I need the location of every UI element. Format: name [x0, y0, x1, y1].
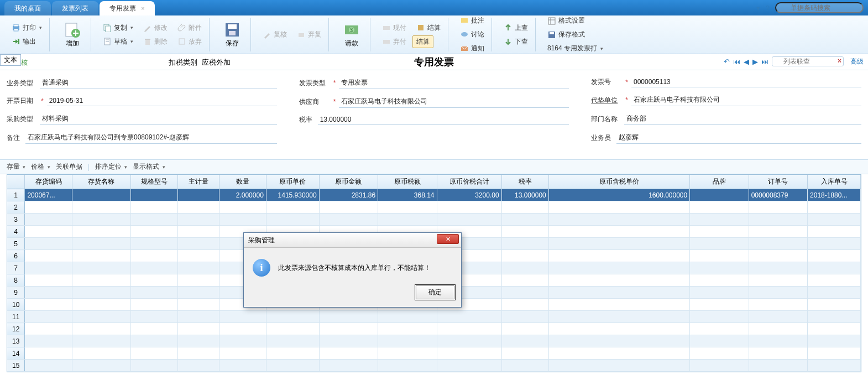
draft-button[interactable]: 草稿▾ [99, 35, 137, 48]
first-icon[interactable]: ⏮ [733, 58, 740, 66]
modify-button[interactable]: 修改 [139, 22, 171, 34]
col-spec[interactable]: 规格型号 [131, 175, 178, 189]
last-icon[interactable]: ⏭ [761, 58, 768, 66]
message-dialog: 采购管理 ✕ i 此发票来源包含不核算成本的入库单行，不能结算！ 确定 [243, 232, 462, 308]
related-docs[interactable]: 关联单据 [56, 162, 82, 171]
save-format-button[interactable]: 保存格式 [543, 28, 589, 41]
tab-invoice-list[interactable]: 发票列表 [52, 1, 98, 15]
clear-icon[interactable]: × [838, 57, 841, 65]
freeze-button[interactable]: 放弃 [174, 35, 206, 48]
purchase-label: 采购类型 [7, 115, 40, 124]
clerk-label: 业务员 [591, 133, 616, 143]
list-search-input[interactable] [772, 56, 844, 66]
copy-button[interactable]: 复制▾ [99, 22, 137, 34]
document-header: 文本 核 扣税类别 应税外加 专用发票 ↶ ⏮ ◀ ▶ ⏭ × 高级 [0, 54, 868, 70]
print-button[interactable]: 打印▾ [8, 22, 46, 34]
tab-special-invoice[interactable]: 专用发票 × [100, 1, 155, 15]
settle-button[interactable]: 结算 [412, 22, 445, 34]
export-button[interactable]: 输出 [8, 35, 40, 48]
dialog-ok-button[interactable]: 确定 [416, 285, 454, 299]
review-button[interactable]: 复核 [259, 28, 291, 41]
table-row[interactable]: 12 [7, 323, 861, 335]
price-menu[interactable]: 价格 ▾ [31, 162, 50, 171]
abandon-button[interactable]: 弃复 [293, 28, 325, 41]
svg-rect-24 [461, 18, 468, 23]
col-rate[interactable]: 税率 [501, 175, 548, 189]
svg-rect-21 [383, 26, 390, 30]
form-area: 业务类型普通采购 开票日期*2019-05-31 采购类型材料采购 备注石家庄跃… [0, 70, 868, 159]
next-icon[interactable]: ▶ [752, 58, 758, 66]
discuss-button[interactable]: 讨论 [456, 28, 488, 41]
delete-button[interactable]: 删除 [139, 35, 171, 48]
svg-rect-2 [14, 29, 18, 31]
invoice-type-value[interactable]: 专用发票 [339, 77, 569, 89]
attach-button[interactable]: 附件 [174, 22, 206, 34]
dept-value[interactable]: 商务部 [624, 113, 861, 125]
annotate-button[interactable]: 批注 [456, 14, 488, 27]
dialog-title: 采购管理 [248, 236, 275, 245]
table-row[interactable]: 11 [7, 311, 861, 323]
biz-type-value[interactable]: 普通采购 [40, 77, 277, 89]
template-select[interactable]: 8164 专用发票打▾ [543, 42, 607, 55]
top-right-controls: ▾ ? [756, 2, 864, 13]
save-button[interactable]: 保存 [217, 18, 247, 51]
prev-button[interactable]: 上查 [500, 22, 532, 34]
col-taxprice[interactable]: 原币含税单价 [548, 175, 689, 189]
rate-value[interactable]: 13.000000 [318, 115, 569, 125]
col-order[interactable]: 订单号 [749, 175, 807, 189]
supplier-label: 供应商 [299, 97, 332, 107]
col-code[interactable]: 存货编码 [25, 175, 72, 189]
format-button[interactable]: 格式设置 [543, 14, 589, 27]
table-row[interactable]: 3 [7, 214, 861, 226]
advance-value[interactable]: 石家庄跃马电子科技有限公司 [631, 94, 861, 106]
date-value[interactable]: 2019-05-31 [47, 96, 277, 106]
notify-button[interactable]: 通知 [456, 42, 488, 55]
rate-label: 税率 [299, 115, 318, 124]
sort-menu[interactable]: 排序定位 ▾ [95, 162, 127, 171]
col-qty[interactable]: 数量 [219, 175, 266, 189]
table-row[interactable]: 1200067... 2.0000001415.9300002831.86368… [7, 189, 861, 201]
prev-icon[interactable]: ◀ [744, 58, 749, 66]
pay-button[interactable]: 弃付 [378, 35, 410, 48]
dialog-close-button[interactable]: ✕ [437, 234, 459, 244]
col-tax[interactable]: 原币税额 [378, 175, 437, 189]
col-inbound[interactable]: 入库单号 [808, 175, 861, 189]
remark-value[interactable]: 石家庄跃马电子科技有限公司到专票00809102#-赵彦辉 [25, 132, 277, 144]
supplier-value[interactable]: 石家庄跃马电子科技有限公司 [339, 96, 569, 108]
svg-rect-22 [418, 25, 423, 30]
close-icon[interactable]: × [141, 5, 144, 12]
nav-controls: ↶ ⏮ ◀ ▶ ⏭ × 高级 [724, 56, 864, 66]
info-icon: i [253, 259, 270, 277]
document-title: 专用发票 [414, 55, 454, 69]
col-brand[interactable]: 品牌 [690, 175, 749, 189]
svg-rect-13 [179, 39, 185, 44]
chevron-down-icon[interactable]: ▾ [756, 4, 760, 12]
undo-icon[interactable]: ↶ [724, 58, 730, 66]
tab-desktop[interactable]: 我的桌面 [4, 1, 51, 15]
display-menu[interactable]: 显示格式 ▾ [133, 162, 165, 171]
svg-rect-3 [18, 39, 19, 44]
svg-rect-31 [550, 32, 554, 34]
table-row[interactable]: 15 [7, 360, 861, 372]
col-name[interactable]: 存货名称 [72, 175, 130, 189]
advanced-link[interactable]: 高级 [850, 57, 864, 66]
barcode-search-input[interactable] [775, 2, 864, 13]
table-row[interactable]: 2 [7, 201, 861, 214]
svg-rect-11 [145, 40, 150, 45]
col-total[interactable]: 原币价税合计 [437, 175, 501, 189]
cash-button[interactable]: 现付 [378, 22, 410, 34]
help-icon[interactable]: ? [766, 4, 770, 12]
col-unit[interactable]: 主计量 [178, 175, 219, 189]
stock-menu[interactable]: 存量 ▾ [7, 162, 25, 171]
purchase-value[interactable]: 材料采购 [40, 113, 277, 125]
next-button[interactable]: 下查 [500, 35, 532, 48]
table-row[interactable]: 13 [7, 335, 861, 347]
col-price[interactable]: 原币单价 [266, 175, 319, 189]
table-row[interactable]: 14 [7, 347, 861, 360]
clerk-value[interactable]: 赵彦辉 [616, 132, 861, 144]
request-button[interactable]: $请款 [337, 18, 367, 51]
settle2-button[interactable]: 结算 [412, 35, 433, 48]
invoice-no-value[interactable]: 0000005113 [631, 77, 861, 87]
col-amount[interactable]: 原币金额 [319, 175, 378, 189]
add-button[interactable]: 增加 [57, 18, 87, 51]
